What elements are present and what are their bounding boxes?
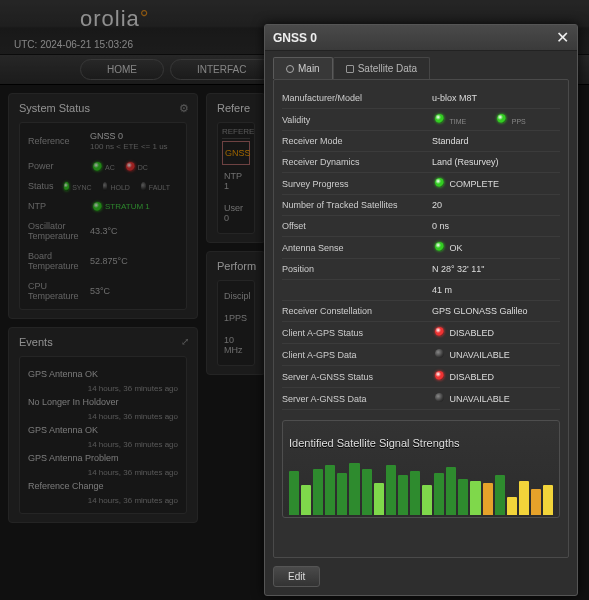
- event-time: 14 hours, 36 minutes ago: [28, 496, 178, 505]
- signal-bar: [301, 485, 311, 515]
- row-label: Receiver Mode: [282, 136, 432, 146]
- signal-bar: [531, 489, 541, 515]
- led-icon: [435, 242, 444, 251]
- row-value: OK: [432, 242, 560, 253]
- cpu-temp-label: CPU Temperature: [28, 281, 90, 301]
- row-label: Antenna Sense: [282, 243, 432, 253]
- row-value: GPS GLONASS Galileo: [432, 306, 560, 316]
- panel-title: Perform: [217, 260, 255, 272]
- signal-bar: [410, 471, 420, 515]
- signal-chart: Identified Satellite Signal Strengths: [282, 420, 560, 518]
- board-temp-value: 52.875°C: [90, 256, 128, 266]
- ac-label: AC: [105, 164, 115, 171]
- row-label: Offset: [282, 221, 432, 231]
- dc-label: DC: [138, 164, 148, 171]
- reference-label: Reference: [28, 136, 90, 146]
- led-icon: [435, 327, 444, 336]
- tab-main[interactable]: Main: [273, 57, 333, 79]
- event-time: 14 hours, 36 minutes ago: [28, 440, 178, 449]
- signal-bar: [325, 465, 335, 515]
- row-value: 41 m: [432, 285, 560, 295]
- tab-label: Satellite Data: [358, 63, 417, 74]
- nav-home-button[interactable]: HOME: [80, 59, 164, 80]
- event-item: No Longer In Holdover: [28, 393, 178, 411]
- ref-user0-row[interactable]: User 0: [222, 197, 250, 229]
- perf-pps-row: 1PPS: [222, 307, 250, 329]
- led-icon: [435, 371, 444, 380]
- dot-icon: [286, 65, 294, 73]
- row-label: Number of Tracked Satellites: [282, 200, 432, 210]
- event-time: 14 hours, 36 minutes ago: [28, 384, 178, 393]
- row-value: UNAVAILABLE: [432, 393, 560, 404]
- logo: orolia°: [80, 6, 150, 32]
- row-label: Client A-GPS Status: [282, 328, 432, 338]
- event-item: GPS Antenna Problem: [28, 449, 178, 467]
- row-label: Server A-GNSS Status: [282, 372, 432, 382]
- row-value: N 28° 32' 11": [432, 264, 560, 274]
- popout-icon[interactable]: ⤢: [181, 336, 189, 347]
- fault-label: FAULT: [149, 184, 170, 191]
- nav-interfaces-button[interactable]: INTERFAC: [170, 59, 273, 80]
- close-icon[interactable]: ✕: [556, 28, 569, 47]
- osc-temp-value: 43.3°C: [90, 226, 118, 236]
- chart-title: Identified Satellite Signal Strengths: [289, 437, 553, 449]
- led-pps-icon: [497, 114, 506, 123]
- system-status-panel: ⚙ System Status Reference GNSS 0 100 ns …: [8, 93, 198, 319]
- tab-satellite-data[interactable]: Satellite Data: [333, 57, 430, 79]
- row-value: DISABLED: [432, 371, 560, 382]
- ntp-stratum: STRATUM 1: [105, 202, 150, 211]
- row-label: Client A-GPS Data: [282, 350, 432, 360]
- signal-bar: [543, 485, 553, 515]
- ref-header: REFERE: [222, 127, 250, 139]
- row-label: Receiver Dynamics: [282, 157, 432, 167]
- ref-ntp1-row[interactable]: NTP 1: [222, 165, 250, 197]
- signal-bar: [362, 469, 372, 515]
- signal-bar: [507, 497, 517, 515]
- time-label: TIME: [450, 118, 467, 125]
- gear-icon[interactable]: ⚙: [179, 102, 189, 115]
- row-label: Position: [282, 264, 432, 274]
- perf-mhz-row: 10 MHz: [222, 329, 250, 361]
- signal-bar: [422, 485, 432, 515]
- modal-body: Manufacturer/Modelu-blox M8T Validity TI…: [273, 79, 569, 558]
- panel-title: System Status: [19, 102, 187, 114]
- led-ac-icon: [93, 162, 102, 171]
- board-temp-label: Board Temperature: [28, 251, 90, 271]
- event-time: 14 hours, 36 minutes ago: [28, 412, 178, 421]
- signal-bar: [519, 481, 529, 515]
- modal-header: GNSS 0 ✕: [265, 25, 577, 51]
- cpu-temp-value: 53°C: [90, 286, 110, 296]
- signal-bar: [446, 467, 456, 515]
- grid-icon: [346, 65, 354, 73]
- ref-gnss-row[interactable]: GNSS: [222, 141, 250, 165]
- row-value: Land (Resurvey): [432, 157, 560, 167]
- panel-title: Refere: [217, 102, 255, 114]
- edit-button[interactable]: Edit: [273, 566, 320, 587]
- signal-bar: [349, 463, 359, 515]
- row-label: Validity: [282, 115, 432, 125]
- osc-temp-label: Oscillator Temperature: [28, 221, 90, 241]
- row-value: u-blox M8T: [432, 93, 560, 103]
- modal-title: GNSS 0: [273, 31, 317, 45]
- row-label: Server A-GNSS Data: [282, 394, 432, 404]
- row-value: Standard: [432, 136, 560, 146]
- event-item: Reference Change: [28, 477, 178, 495]
- status-label: Status: [28, 181, 61, 191]
- signal-bar: [483, 483, 493, 515]
- panel-title: Events: [19, 336, 187, 348]
- pps-label: PPS: [512, 118, 526, 125]
- signal-bar: [458, 479, 468, 515]
- row-value: UNAVAILABLE: [432, 349, 560, 360]
- reference-value: GNSS 0 100 ns < ETE <= 1 us: [90, 131, 168, 151]
- power-label: Power: [28, 161, 90, 171]
- hold-label: HOLD: [110, 184, 129, 191]
- signal-bar: [495, 475, 505, 515]
- perf-disc-row: Discipl: [222, 285, 250, 307]
- row-value: 20: [432, 200, 560, 210]
- performance-panel: Perform Discipl 1PPS 10 MHz: [206, 251, 266, 375]
- event-item: GPS Antenna OK: [28, 365, 178, 383]
- led-sync-icon: [64, 182, 69, 191]
- led-fault-icon: [141, 182, 146, 191]
- utc-clock: UTC: 2024-06-21 15:03:26: [14, 39, 133, 50]
- signal-bar: [470, 481, 480, 515]
